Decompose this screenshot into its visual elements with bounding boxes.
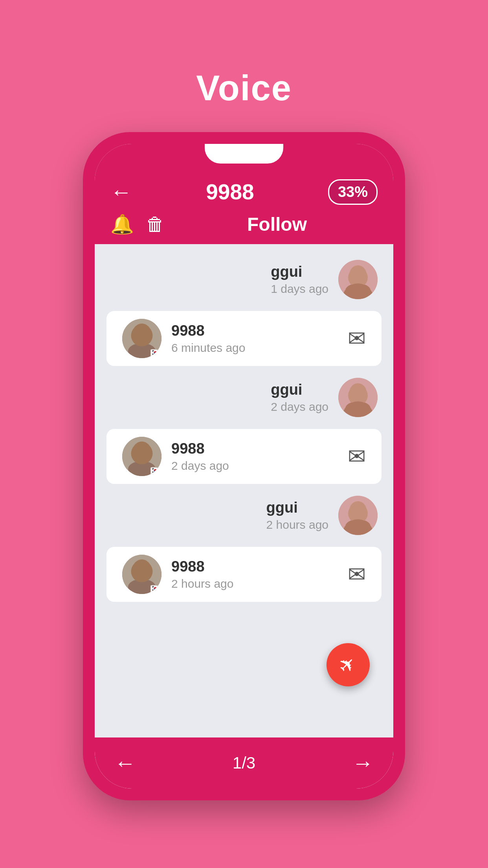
flag-icon: 🇰🇷 (150, 349, 161, 357)
send-fab[interactable]: ✈ (327, 643, 370, 686)
svg-point-13 (354, 390, 356, 393)
chat-username: ggui (271, 263, 328, 280)
chat-time: 2 hours ago (171, 577, 233, 590)
svg-point-28 (138, 567, 140, 570)
svg-point-22 (345, 519, 371, 533)
chat-username: 9988 (171, 558, 233, 575)
chat-time: 6 minutes ago (171, 341, 245, 355)
svg-point-9 (144, 331, 146, 334)
alarm-icon[interactable]: 🔔 (110, 213, 134, 235)
phone-frame: ← 9988 33% 🔔 🗑 Follow ggui 1 days ago (83, 132, 405, 800)
list-item: 🇰🇷 9988 6 minutes ago ✉ (106, 311, 382, 366)
svg-point-4 (360, 272, 362, 275)
prev-button[interactable]: ← (114, 750, 136, 776)
list-item: ggui 1 days ago (95, 252, 393, 307)
follow-button[interactable]: Follow (176, 213, 378, 235)
phone-inner: ← 9988 33% 🔔 🗑 Follow ggui 1 days ago (95, 144, 393, 789)
chat-username: 9988 (171, 440, 229, 457)
list-item: 🇰🇷 9988 2 days ago ✉ (106, 429, 382, 484)
back-button[interactable]: ← (110, 179, 132, 204)
chat-username: ggui (271, 381, 328, 398)
next-button[interactable]: → (352, 750, 374, 776)
svg-point-14 (360, 390, 362, 393)
chat-time: 2 hours ago (266, 518, 328, 531)
header-title: 9988 (206, 179, 254, 204)
chat-info: 9988 2 days ago (171, 440, 229, 473)
svg-point-6 (132, 324, 151, 344)
avatar (338, 496, 378, 535)
svg-point-2 (345, 283, 371, 298)
svg-point-21 (349, 501, 367, 520)
delete-icon[interactable]: 🗑 (146, 213, 165, 235)
chat-username: ggui (266, 499, 328, 516)
content-area: ggui 1 days ago (95, 244, 393, 737)
avatar (338, 378, 378, 417)
svg-point-29 (144, 567, 146, 570)
chat-username: 9988 (171, 322, 245, 339)
svg-point-26 (132, 559, 151, 580)
avatar: 🇰🇷 (122, 555, 161, 594)
avatar (338, 260, 378, 299)
chat-info: ggui 2 hours ago (266, 499, 328, 531)
chat-info: ggui 2 days ago (271, 381, 328, 414)
chat-info: 9988 2 hours ago (171, 558, 233, 590)
header-badge: 33% (328, 179, 378, 205)
list-item: ggui 2 hours ago (95, 488, 393, 543)
list-item: 🇰🇷 9988 2 hours ago ✉ (106, 547, 382, 602)
chat-time: 2 days ago (271, 400, 328, 414)
envelope-icon[interactable]: ✉ (348, 326, 366, 351)
svg-point-24 (360, 508, 362, 511)
svg-point-18 (138, 449, 140, 452)
svg-point-12 (345, 401, 371, 416)
avatar: 🇰🇷 (122, 437, 161, 476)
phone-notch (205, 144, 283, 164)
flag-icon: 🇰🇷 (150, 467, 161, 475)
chat-info: ggui 1 days ago (271, 263, 328, 296)
svg-point-3 (354, 272, 356, 275)
svg-point-11 (349, 383, 367, 402)
chat-time: 2 days ago (171, 459, 229, 473)
svg-point-23 (354, 508, 356, 511)
chat-time: 1 days ago (271, 282, 328, 296)
list-item: ggui 2 days ago (95, 370, 393, 425)
svg-point-16 (132, 441, 151, 462)
chat-info: 9988 6 minutes ago (171, 322, 245, 355)
page-title: Voice (196, 68, 292, 108)
svg-point-1 (349, 265, 367, 284)
envelope-icon[interactable]: ✉ (348, 444, 366, 469)
svg-point-19 (144, 449, 146, 452)
bottom-bar: ← 1/3 → (95, 737, 393, 789)
svg-point-8 (138, 331, 140, 334)
page-indicator: 1/3 (233, 754, 255, 772)
avatar: 🇰🇷 (122, 319, 161, 358)
flag-icon: 🇰🇷 (150, 585, 161, 593)
toolbar: 🔔 🗑 Follow (95, 205, 393, 244)
send-icon: ✈ (333, 651, 361, 679)
envelope-icon[interactable]: ✉ (348, 562, 366, 587)
